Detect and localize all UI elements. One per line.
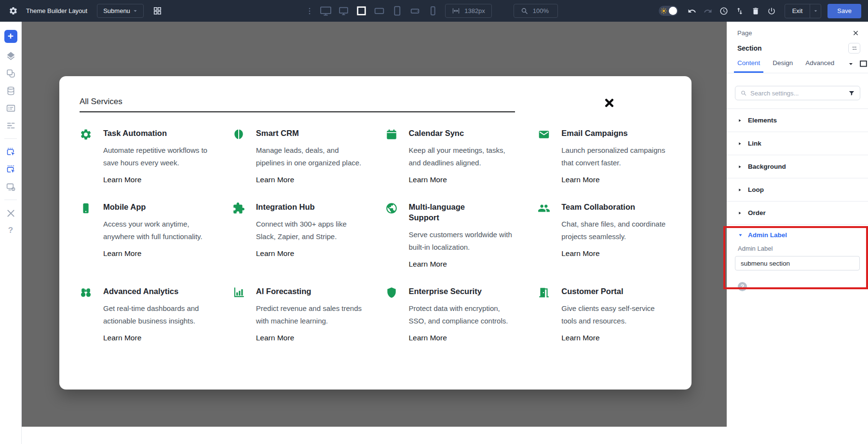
service-body: Multi-language SupportServe customers wo… [409,202,519,269]
canvas: All Services Task AutomationAutomate rep… [22,22,727,444]
accordion-loop[interactable]: Loop [727,178,868,202]
form-fields-icon[interactable] [5,120,16,131]
service-body: Smart CRMManage leads, deals, and pipeli… [256,128,366,184]
templates-grid-icon[interactable] [150,4,164,18]
service-title: Smart CRM [256,128,344,138]
help-icon[interactable]: ? [738,282,747,291]
close-icon[interactable] [852,29,859,37]
tab-advanced[interactable]: Advanced [805,59,834,73]
learn-more-link[interactable]: Learn More [409,175,447,184]
breakpoint-desktop-xl-icon[interactable] [320,5,332,17]
toggle-knob [669,7,677,15]
learn-more-link[interactable]: Learn More [409,260,447,269]
history-icon[interactable] [716,7,732,15]
accordion-elements[interactable]: Elements [727,109,868,132]
viewport-width-control[interactable]: 1382px [445,4,492,18]
settings-gear-icon[interactable] [6,4,20,18]
breakpoint-desktop-icon[interactable] [338,5,350,17]
learn-more-link[interactable]: Learn More [103,334,141,342]
service-body: AI ForecastingPredict revenue and sales … [256,286,366,342]
puzzle-icon [232,202,245,215]
learn-more-link[interactable]: Learn More [103,249,141,258]
learn-more-link[interactable]: Learn More [256,175,294,184]
breakpoint-mobile-landscape-icon[interactable] [409,5,421,17]
learn-more-link[interactable]: Learn More [409,334,447,342]
service-description: Launch personalized campaigns that conve… [561,144,671,169]
import-export-icon[interactable] [732,7,748,15]
learn-more-link[interactable]: Learn More [561,175,599,184]
select-parent-icon[interactable] [5,163,16,175]
service-title: Calendar Sync [409,128,497,138]
caret-right-icon [737,141,742,146]
chevron-down-icon [132,7,139,14]
learn-more-link[interactable]: Learn More [561,334,599,342]
breakpoint-base-icon[interactable] [355,5,367,17]
service-body: Calendar SyncKeep all your meetings, tas… [409,128,519,184]
caret-right-icon [737,164,742,169]
service-body: Task AutomationAutomate repetitive workf… [103,128,213,184]
breakpoint-tablet-portrait-icon[interactable] [391,5,403,17]
square-outline-icon[interactable] [858,59,868,68]
learn-more-link[interactable]: Learn More [561,249,599,258]
exit-button[interactable]: Exit [785,4,810,18]
accordion-label: Loop [748,186,764,193]
search-input[interactable] [750,90,845,97]
sliders-icon[interactable] [848,43,860,54]
power-icon[interactable] [764,7,780,15]
envelope-icon [538,128,550,141]
theme-mode-toggle[interactable] [659,6,678,16]
redo-icon[interactable] [700,7,716,15]
learn-more-link[interactable]: Learn More [256,334,294,342]
element-sidebar: +? [0,22,22,444]
bold-close-icon[interactable] [601,94,617,111]
element-row: Section [727,37,868,54]
toolbar-right: Exit Save [659,4,868,18]
accordion-background[interactable]: Background [727,155,868,178]
chevron-down-icon[interactable] [847,60,855,68]
tab-content[interactable]: Content [737,59,760,73]
zoom-control[interactable]: 100% [514,4,558,18]
admin-label-input[interactable] [735,256,860,270]
service-body: Team CollaborationChat, share files, and… [561,202,671,269]
learn-more-link[interactable]: Learn More [256,249,294,258]
undo-icon[interactable] [684,7,700,15]
breadcrumb[interactable]: Page [737,29,752,37]
pages-icon[interactable] [5,67,16,79]
service-description: Automate repetitive workflows to save ho… [103,144,213,169]
globe-icon [385,202,398,215]
accordion-order[interactable]: Order [727,202,868,225]
display-settings-icon[interactable] [5,181,16,192]
help-icon[interactable]: ? [5,225,16,236]
mega-menu-card[interactable]: All Services Task AutomationAutomate rep… [59,76,692,390]
panel-header: Page [727,22,868,37]
breakpoint-tablet-landscape-icon[interactable] [373,5,385,17]
breakpoint-mobile-portrait-icon[interactable] [427,5,439,17]
exit-dropdown-button[interactable] [810,4,821,18]
accordion-label: Background [748,163,786,170]
drag-dots-icon[interactable] [305,6,314,16]
service-body: Advanced AnalyticsGet real-time dashboar… [103,286,213,342]
template-dropdown[interactable]: Submenu [97,4,144,18]
accordion-admin-label[interactable]: Admin Label [735,231,860,239]
settings-accordions: ElementsLinkBackgroundLoopOrder [727,109,868,225]
components-icon[interactable] [5,102,16,114]
database-icon[interactable] [5,85,16,96]
structure-layers-icon[interactable] [5,50,16,62]
service-item: Advanced AnalyticsGet real-time dashboar… [80,286,213,342]
learn-more-link[interactable]: Learn More [103,175,141,184]
save-button[interactable]: Save [827,4,861,18]
service-description: Manage leads, deals, and pipelines in on… [256,144,366,169]
tools-icon[interactable] [5,207,16,219]
accordion-link[interactable]: Link [727,132,868,155]
service-item: Calendar SyncKeep all your meetings, tas… [385,128,519,184]
service-item: Enterprise SecurityProtect data with enc… [385,286,519,342]
filter-icon[interactable] [848,90,855,96]
tab-design[interactable]: Design [773,59,793,73]
service-body: Mobile AppAccess your work anytime, anyw… [103,202,213,269]
calendar-icon [385,128,398,141]
trash-icon[interactable] [748,7,764,15]
select-element-icon[interactable] [5,146,16,158]
zoom-icon [520,7,529,15]
add-element-icon[interactable]: + [4,30,17,43]
service-body: Enterprise SecurityProtect data with enc… [409,286,519,342]
